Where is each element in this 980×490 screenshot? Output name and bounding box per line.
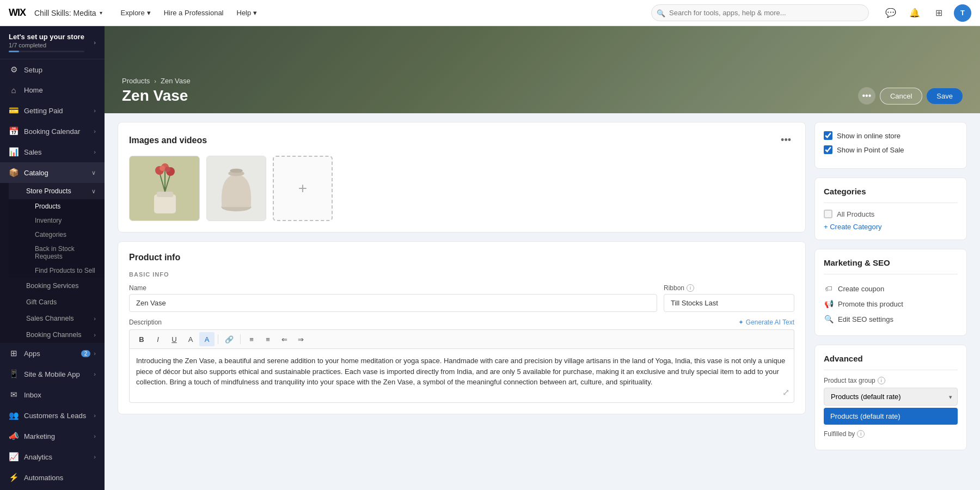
sidebar-item-apps[interactable]: ⊞ Apps 2 › — [0, 343, 105, 364]
sidebar-sub-item-gift-cards[interactable]: Gift Cards — [9, 294, 105, 310]
sidebar-sub-item-store-products[interactable]: store-products Store Products ∨ — [9, 183, 105, 199]
sidebar-sub-item-booking-channels[interactable]: Booking Channels › — [9, 327, 105, 343]
sidebar-sub-sub-item-inventory[interactable]: Inventory — [9, 213, 105, 228]
italic-button[interactable]: I — [150, 332, 166, 346]
sidebar-item-label-marketing: Marketing — [24, 432, 55, 440]
add-image-plus-icon: + — [298, 180, 307, 197]
store-products-submenu: Products Inventory Categories Back in St… — [9, 199, 105, 278]
more-options-button[interactable]: ••• — [858, 87, 875, 105]
show-pos-label: Show in Point of Sale — [837, 146, 904, 154]
search-input[interactable] — [651, 4, 869, 21]
create-coupon-label: Create coupon — [838, 285, 884, 293]
sidebar-item-home[interactable]: ⌂ Home — [0, 80, 105, 100]
sidebar-item-label-inbox: Inbox — [24, 391, 41, 399]
sidebar-sub-item-booking-services[interactable]: Booking Services — [9, 278, 105, 294]
edit-seo-label: Edit SEO settings — [838, 315, 893, 323]
link-button[interactable]: 🔗 — [222, 332, 237, 346]
catalog-icon: 📦 — [9, 168, 19, 177]
categories-title: Categories — [824, 187, 958, 196]
hire-professional-link[interactable]: Hire a Professional — [158, 5, 229, 20]
site-mobile-app-chevron-icon: › — [94, 371, 96, 377]
sidebar-item-marketing[interactable]: 📣 Marketing › — [0, 426, 105, 446]
help-link[interactable]: Help ▾ — [231, 5, 263, 20]
sidebar-setup[interactable]: Let's set up your store 1/7 completed › — [0, 26, 105, 59]
indent-right-button[interactable]: ⇒ — [293, 332, 308, 346]
breadcrumb-current: Zen Vase — [161, 77, 191, 85]
promote-product-item[interactable]: 📢 Promote this product — [824, 296, 958, 311]
sidebar-sub-sub-item-products[interactable]: Products — [9, 199, 105, 213]
svg-point-9 — [160, 166, 165, 171]
show-pos-checkbox[interactable] — [824, 145, 832, 154]
indent-left-button[interactable]: ⇐ — [277, 332, 292, 346]
sidebar-setup-title: Let's set up your store — [9, 33, 84, 41]
save-button[interactable]: Save — [927, 88, 963, 104]
bell-icon-button[interactable]: 🔔 — [906, 4, 923, 22]
category-item-all-products: All Products — [824, 210, 958, 218]
add-image-button[interactable]: + — [273, 156, 333, 221]
marketing-seo-card: Marketing & SEO 🏷 Create coupon 📢 Promot… — [814, 249, 967, 336]
grid-icon-button[interactable]: ⊞ — [930, 4, 947, 22]
categories-divider — [824, 203, 958, 203]
ribbon-input[interactable] — [664, 294, 794, 312]
breadcrumb-parent[interactable]: Products — [122, 77, 150, 85]
sidebar-item-label-booking-calendar: Booking Calendar — [24, 127, 80, 136]
show-online-store-checkbox[interactable] — [824, 131, 832, 140]
sidebar-sub-item-sales-channels[interactable]: Sales Channels › — [9, 310, 105, 327]
sidebar-sub-sub-item-categories[interactable]: Categories — [9, 228, 105, 242]
catalog-chevron-icon: ∨ — [91, 169, 96, 176]
sidebar-item-customers-leads[interactable]: 👥 Customers & Leads › — [0, 405, 105, 426]
cancel-button[interactable]: Cancel — [880, 88, 922, 105]
category-checkbox-icon — [824, 210, 832, 218]
site-mobile-app-icon: 📱 — [9, 369, 19, 379]
brand-selector[interactable]: Chill Skills: Medita ▾ — [34, 9, 102, 17]
avatar[interactable]: T — [954, 4, 971, 22]
numbered-list-button[interactable]: ≡ — [260, 332, 275, 346]
setup-icon: ⚙ — [9, 65, 19, 75]
sidebar-item-catalog[interactable]: 📦 Catalog ∨ — [0, 162, 105, 183]
images-menu-button[interactable]: ••• — [777, 133, 794, 147]
chat-icon-button[interactable]: 💬 — [882, 4, 899, 22]
description-label: Description — [129, 318, 162, 326]
getting-paid-chevron-icon: › — [94, 107, 96, 114]
sidebar-item-label-automations: Automations — [24, 474, 63, 482]
explore-link[interactable]: Explore ▾ — [115, 5, 156, 20]
ai-generate-button[interactable]: ✦ Generate AI Text — [738, 318, 794, 326]
sidebar-sub-sub-item-find-products[interactable]: Find Products to Sell — [9, 264, 105, 278]
edit-seo-item[interactable]: 🔍 Edit SEO settings — [824, 311, 958, 327]
sidebar-item-site-mobile-app[interactable]: 📱 Site & Mobile App › — [0, 364, 105, 384]
sidebar-item-analytics[interactable]: 📈 Analytics › — [0, 446, 105, 467]
tax-group-select[interactable]: Products (default rate) — [824, 388, 958, 406]
sidebar-item-getting-paid[interactable]: 💳 Getting Paid › — [0, 100, 105, 121]
sidebar-sub-sub-item-back-in-stock[interactable]: Back in Stock Requests — [9, 242, 105, 264]
create-coupon-item[interactable]: 🏷 Create coupon — [824, 281, 958, 296]
sidebar-item-booking-calendar[interactable]: 📅 Booking Calendar › — [0, 121, 105, 142]
name-ribbon-row: Name Ribbon i — [129, 284, 794, 312]
name-field-group: Name — [129, 284, 657, 312]
image-thumb-2[interactable] — [206, 156, 266, 221]
toolbar-separator-2 — [240, 334, 241, 344]
description-editor[interactable]: Introducing the Zen Vase, a beautiful an… — [129, 348, 794, 403]
sidebar-item-setup[interactable]: ⚙ Setup — [0, 59, 105, 80]
main-column: Images and videos ••• — [118, 122, 806, 450]
promote-icon: 📢 — [824, 299, 834, 308]
expand-icon[interactable]: ⤢ — [782, 386, 789, 399]
sidebar-item-settings[interactable]: ⚙ Settings — [0, 488, 105, 490]
svg-point-10 — [165, 167, 170, 172]
underline-button[interactable]: U — [167, 332, 182, 346]
search-bar: 🔍 — [651, 4, 869, 21]
create-category-link[interactable]: + Create Category — [824, 223, 958, 231]
tax-group-info-icon: i — [878, 377, 885, 384]
sidebar-item-automations[interactable]: ⚡ Automations — [0, 467, 105, 488]
sidebar-item-label-sales: Sales — [24, 148, 42, 156]
ribbon-label: Ribbon i — [664, 284, 794, 292]
name-input[interactable] — [129, 294, 657, 312]
image-thumb-1[interactable] — [129, 156, 200, 221]
bullet-list-button[interactable]: ≡ — [244, 332, 259, 346]
bold-button[interactable]: B — [134, 332, 149, 346]
sidebar-item-inbox[interactable]: ✉ Inbox — [0, 384, 105, 405]
svg-rect-1 — [154, 194, 176, 213]
text-color-button[interactable]: A — [183, 332, 198, 346]
sidebar-setup-progress-bar — [9, 51, 84, 52]
sidebar-item-sales[interactable]: 📊 Sales › — [0, 142, 105, 162]
highlight-button[interactable]: A — [199, 332, 215, 346]
